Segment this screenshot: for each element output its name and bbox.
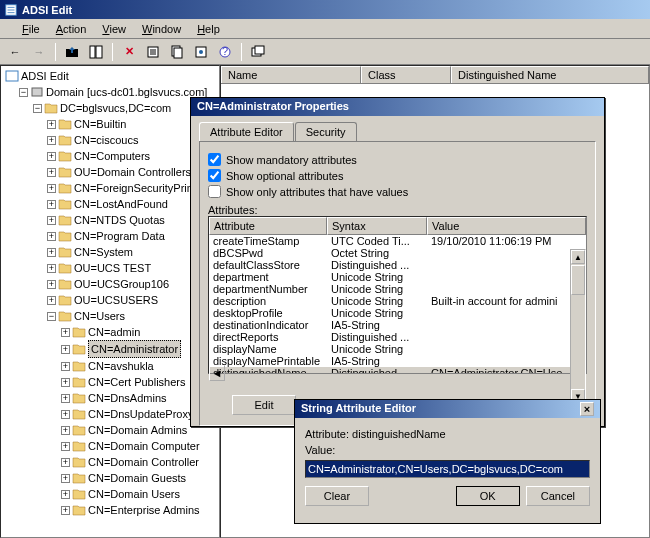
attr-row[interactable]: displayNameUnicode String [209, 343, 586, 355]
value-label: Value: [305, 444, 590, 456]
scroll-up-icon[interactable]: ▲ [571, 250, 585, 264]
col-value[interactable]: Value [427, 217, 586, 235]
cancel-button[interactable]: Cancel [526, 486, 590, 506]
up-button[interactable] [61, 41, 83, 63]
svg-rect-14 [32, 88, 42, 96]
tree-pane[interactable]: ADSI Edit−Domain [ucs-dc01.bglsvucs.com]… [0, 65, 220, 538]
attr-row[interactable]: destinationIndicatorIA5-String [209, 319, 586, 331]
menu-file[interactable]: File [14, 21, 48, 37]
export-button[interactable] [190, 41, 212, 63]
attr-row[interactable]: displayNamePrintableIA5-String [209, 355, 586, 367]
tree-item[interactable]: +CN=Domain Users [61, 486, 217, 502]
chk-only-values[interactable]: Show only attributes that have values [208, 185, 587, 198]
tab-attribute-editor[interactable]: Attribute Editor [199, 122, 294, 141]
attr-row[interactable]: descriptionUnicode StringBuilt-in accoun… [209, 295, 586, 307]
col-class[interactable]: Class [361, 66, 451, 83]
attributes-label: Attributes: [208, 204, 587, 216]
list-header: Name Class Distinguished Name [221, 66, 649, 84]
properties-title: CN=Administrator Properties [191, 98, 604, 116]
scroll-thumb[interactable] [571, 265, 585, 295]
attr-name: distinguishedName [352, 428, 446, 440]
refresh-button[interactable] [166, 41, 188, 63]
window-title: ADSI Edit [22, 4, 646, 16]
tree-root[interactable]: ADSI Edit [5, 68, 217, 84]
help-button[interactable]: ? [214, 41, 236, 63]
properties-window: CN=Administrator Properties Attribute Ed… [190, 97, 605, 427]
attr-row[interactable]: dBCSPwdOctet String [209, 247, 586, 259]
attr-row[interactable]: distinguishedNameDistinguished ...CN=Adm… [209, 367, 586, 374]
svg-rect-6 [174, 48, 182, 58]
menu-window[interactable]: Window [134, 21, 189, 37]
tree-domain[interactable]: −Domain [ucs-dc01.bglsvucs.com] [19, 84, 217, 100]
edit-button[interactable]: Edit [232, 395, 296, 415]
col-name[interactable]: Name [221, 66, 361, 83]
app-icon [4, 3, 18, 17]
close-icon[interactable]: × [580, 402, 594, 416]
chk-mandatory[interactable]: Show mandatory attributes [208, 153, 587, 166]
svg-rect-13 [6, 71, 18, 81]
attr-row[interactable]: departmentUnicode String [209, 271, 586, 283]
new-window-button[interactable] [247, 41, 269, 63]
delete-button[interactable]: ✕ [118, 41, 140, 63]
tree-item[interactable]: +CN=Domain Computer [61, 438, 217, 454]
attr-row[interactable]: createTimeStampUTC Coded Ti...19/10/2010… [209, 235, 586, 247]
attr-row[interactable]: desktopProfileUnicode String [209, 307, 586, 319]
menu-view[interactable]: View [94, 21, 134, 37]
col-dn[interactable]: Distinguished Name [451, 66, 649, 83]
ok-button[interactable]: OK [456, 486, 520, 506]
attr-row[interactable]: departmentNumberUnicode String [209, 283, 586, 295]
svg-rect-2 [90, 46, 95, 58]
tree-item[interactable]: +CN=Domain Guests [61, 470, 217, 486]
attr-row[interactable]: directReportsDistinguished ... [209, 331, 586, 343]
menu-help[interactable]: Help [189, 21, 228, 37]
clear-button[interactable]: Clear [305, 486, 369, 506]
svg-point-8 [199, 50, 203, 54]
value-input[interactable] [305, 460, 590, 478]
tree-item[interactable]: +CN=Domain Controller [61, 454, 217, 470]
menu-action[interactable]: Action [48, 21, 95, 37]
string-editor-window: String Attribute Editor × Attribute: dis… [294, 399, 601, 524]
back-button[interactable]: ← [4, 41, 26, 63]
col-attribute[interactable]: Attribute [209, 217, 327, 235]
attr-label: Attribute: [305, 428, 349, 440]
chk-optional[interactable]: Show optional attributes [208, 169, 587, 182]
attr-scrollbar[interactable]: ▲ ▼ [570, 249, 586, 404]
col-syntax[interactable]: Syntax [327, 217, 427, 235]
svg-rect-3 [96, 46, 102, 58]
toolbar: ← → ✕ ? [0, 39, 650, 65]
attributes-table[interactable]: Attribute Syntax Value createTimeStampUT… [208, 216, 587, 374]
svg-rect-12 [255, 46, 264, 54]
tree-item[interactable]: +CN=Enterprise Admins [61, 502, 217, 518]
string-editor-title: String Attribute Editor [301, 402, 416, 416]
svg-text:?: ? [222, 45, 228, 57]
menubar: File Action View Window Help [0, 19, 650, 39]
scroll-left-icon[interactable]: ◄ [209, 365, 225, 381]
show-tree-button[interactable] [85, 41, 107, 63]
forward-button[interactable]: → [28, 41, 50, 63]
attr-row[interactable]: defaultClassStoreDistinguished ... [209, 259, 586, 271]
main-titlebar: ADSI Edit [0, 0, 650, 19]
properties-button[interactable] [142, 41, 164, 63]
tab-security[interactable]: Security [295, 122, 357, 141]
